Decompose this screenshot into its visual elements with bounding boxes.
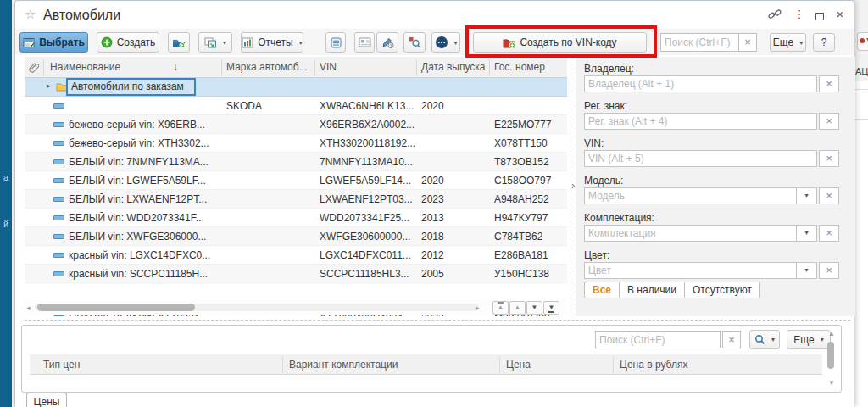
ellipsis-button[interactable]: ▾	[431, 32, 460, 53]
filter-input[interactable]	[584, 150, 817, 167]
close-icon[interactable]: ×	[831, 6, 849, 23]
dropdown-caret-icon[interactable]: ▾	[797, 187, 817, 204]
go-prev-row-button[interactable]: ▲	[509, 301, 526, 315]
clear-field-button[interactable]: ×	[819, 150, 839, 167]
cell-reg: С158ОО797	[494, 175, 565, 187]
table-row[interactable]: бежево-серый vin: XTH3302...XTH330200118…	[25, 134, 567, 153]
column-header-reg[interactable]: Гос. номер	[494, 61, 545, 73]
table-row[interactable]: БЕЛЫЙ vin: LGWEF5A59LF...LGWEF5A59LF14..…	[25, 171, 567, 190]
item-icon	[53, 141, 64, 146]
horizontal-scrollbar[interactable]: ◂ ▸	[25, 300, 567, 315]
prices-more-button[interactable]: Еще ▾	[787, 330, 831, 349]
column-header-price-rub[interactable]: Цена в рублях	[620, 359, 687, 371]
magnifier-icon	[754, 334, 765, 345]
cell-name: БЕЛЫЙ vin: LGWEF5A59LF...	[69, 175, 220, 187]
item-icon	[53, 253, 64, 258]
filter-input[interactable]	[584, 75, 817, 92]
column-header-date[interactable]: Дата выпуска	[421, 61, 485, 73]
car-table: Наименование ↓ Марка автомоб... VIN Дата…	[25, 57, 567, 316]
change-history-button[interactable]	[376, 32, 398, 53]
pane-splitter[interactable]	[25, 320, 850, 321]
go-first-row-button[interactable]: ▲	[492, 301, 509, 315]
create-by-vin-button[interactable]: Создать по VIN-коду	[473, 32, 647, 53]
filter-input[interactable]	[584, 262, 797, 279]
scrollbar-thumb[interactable]	[37, 304, 195, 311]
help-button[interactable]: ?	[813, 33, 835, 52]
more-button[interactable]: Еще ▾	[770, 33, 806, 52]
table-row[interactable]: бежево-серый vin: X96ERB...X96ERB6X2A000…	[25, 115, 567, 134]
cell-name: красный vin: LGXC14DFXC0...	[69, 249, 220, 261]
create-button[interactable]: Создать	[97, 32, 159, 53]
scroll-left-icon[interactable]: ◂	[26, 304, 31, 312]
column-header-name[interactable]: Наименование	[50, 61, 120, 73]
cell-reg: Е286ВА181	[494, 249, 565, 261]
table-row[interactable]: SKODAXW8AC6NH6LK13...2020	[25, 97, 567, 115]
clear-search-button[interactable]: ×	[722, 331, 741, 348]
go-last-row-button[interactable]: ▼	[543, 301, 559, 315]
list-view-button[interactable]	[326, 32, 346, 53]
clear-field-button[interactable]: ×	[819, 113, 839, 130]
favorite-star-icon[interactable]: ☆	[25, 7, 36, 22]
scrollbar-track[interactable]	[35, 304, 479, 311]
search-input[interactable]	[660, 33, 739, 52]
dropdown-caret-icon[interactable]: ▾	[797, 262, 817, 279]
scrollbar-thumb[interactable]	[827, 342, 834, 369]
cell-name: БЕЛЫЙ vin: XWFGE306000...	[69, 231, 220, 243]
column-header-vin[interactable]: VIN	[320, 61, 337, 73]
cell-date: 2005	[421, 268, 486, 280]
sidebar-letter: а	[3, 172, 8, 182]
dropdown-caret-icon[interactable]: ▾	[797, 225, 817, 242]
copy-button[interactable]: ▾	[198, 32, 232, 53]
filter-input[interactable]	[584, 225, 797, 242]
table-row[interactable]: красный vin: SCCPC11185H...SCCPC11185HL3…	[25, 265, 567, 283]
filter-input[interactable]	[584, 187, 797, 204]
prices-search-input[interactable]	[595, 331, 721, 348]
new-folder-button[interactable]	[168, 32, 190, 53]
table-row[interactable]: БЕЛЫЙ vin: 7NMNFY113MA...7NMNFY113MA10..…	[25, 153, 567, 171]
scroll-up-icon[interactable]: ▲	[828, 330, 835, 337]
column-header-price-type[interactable]: Тип цен	[43, 359, 80, 371]
cell-reg: У150НС138	[494, 268, 565, 280]
select-button[interactable]: Выбрать	[19, 32, 88, 53]
go-next-row-button[interactable]: ▼	[526, 301, 542, 315]
window-menu-icon[interactable]: ⋮	[790, 6, 809, 23]
chevron-down-icon: ▾	[299, 39, 303, 47]
analyze-button[interactable]	[403, 32, 426, 53]
reports-button[interactable]: Отчеты ▾	[241, 32, 303, 53]
clear-search-button[interactable]: ×	[738, 33, 757, 52]
clear-field-button[interactable]: ×	[819, 225, 839, 242]
get-link-icon[interactable]	[765, 6, 784, 23]
expand-group-icon[interactable]: ▸	[47, 81, 51, 90]
table-row[interactable]: БЕЛЫЙ vin: LXWAENF12PT...LXWAENF12PT03..…	[25, 190, 567, 209]
clear-field-button[interactable]: ×	[819, 75, 839, 92]
maximize-icon[interactable]	[810, 6, 829, 23]
table-row[interactable]: ▸Автомобили по заказам	[25, 78, 567, 97]
filter-input[interactable]	[584, 113, 817, 130]
column-header-trim[interactable]: Вариант комплектации	[289, 359, 398, 371]
clear-field-button[interactable]: ×	[819, 187, 839, 204]
cell-vin: LGXC14DFXC011...	[320, 249, 415, 261]
vertical-scrollbar[interactable]: ▲ ▼	[826, 330, 837, 387]
stock-toggle-button[interactable]: Все	[584, 282, 620, 298]
search-options-button[interactable]: ▾	[749, 330, 780, 349]
row-navigation-buttons: ▲ ▲ ▼ ▼	[492, 301, 559, 315]
panel-splitter[interactable]	[570, 57, 570, 316]
table-row[interactable]: БЕЛЫЙ vin: WDD2073341F...WDD2073341F25..…	[25, 209, 567, 227]
column-header-price[interactable]: Цена	[506, 359, 531, 371]
divider	[854, 89, 868, 90]
table-row[interactable]: БЕЛЫЙ vin: XWFGE306000...XWFGE30600000..…	[25, 227, 567, 246]
clear-field-button[interactable]: ×	[819, 262, 839, 279]
tab-prices[interactable]: Цены	[26, 393, 67, 407]
tab-strip-line	[67, 393, 852, 393]
table-row[interactable]: красный vin: LGXC14DFXC0...LGXC14DFXC011…	[25, 246, 567, 265]
card-view-button[interactable]	[354, 32, 375, 53]
stock-toggle-button[interactable]: В наличии	[620, 282, 685, 298]
scroll-down-icon[interactable]: ▼	[828, 379, 835, 387]
column-header-brand[interactable]: Марка автомоб...	[226, 61, 308, 73]
stock-toggle-button[interactable]: Отсутствуют	[685, 282, 760, 298]
scroll-right-icon[interactable]: ▸	[476, 304, 480, 312]
sort-desc-icon: ↓	[173, 61, 178, 73]
collapse-panel-icon[interactable]: ›	[571, 179, 575, 192]
filter-label: Модель:	[584, 175, 623, 187]
paperclip-icon[interactable]	[29, 61, 39, 76]
